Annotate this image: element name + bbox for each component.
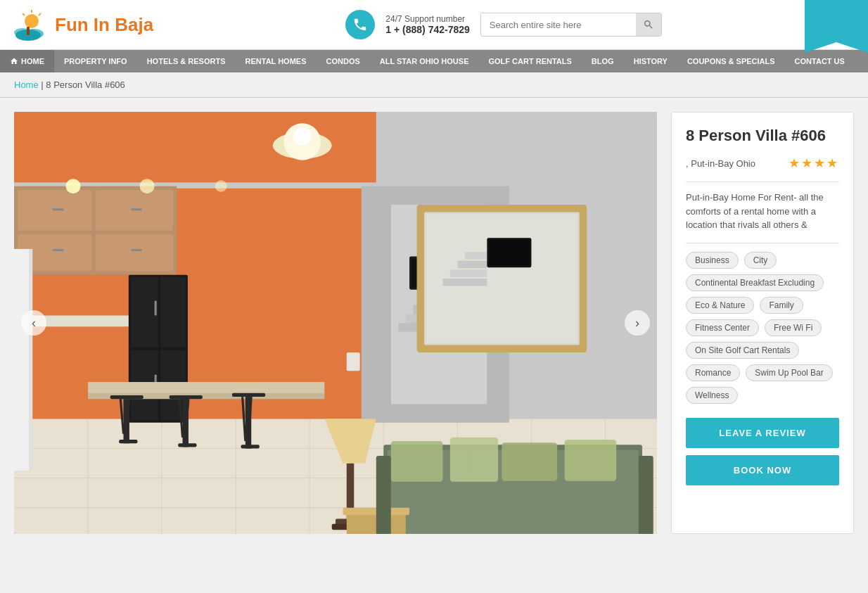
nav-item-condos[interactable]: Condos [317,50,370,72]
svg-rect-78 [465,252,487,260]
nav-item-property-info[interactable]: Property Info [54,50,137,72]
phone-icon [345,10,375,39]
logo-icon [14,7,49,42]
svg-rect-53 [155,300,157,315]
svg-rect-75 [442,279,487,286]
logo-text: Fun In Baja [55,14,153,36]
property-location-row: , Put-in-Bay Ohio ★★★★ [686,155,839,171]
main-nav: Home Property Info Hotels & Resorts Rent… [0,50,868,72]
leave-review-button[interactable]: LEAVE A REVIEW [686,418,839,448]
svg-rect-96 [376,456,391,534]
search-box[interactable] [480,13,662,37]
nav-item-all-star[interactable]: All Star Ohio House [370,50,479,72]
property-tags: BusinessCityContinental Breakfast Exclud… [686,243,839,404]
search-input[interactable] [481,14,636,36]
svg-point-45 [140,179,155,193]
svg-point-0 [25,14,39,28]
room-image [14,112,657,534]
svg-rect-39 [96,234,173,272]
search-button[interactable] [636,13,661,36]
property-tag[interactable]: Eco & Nature [686,297,754,314]
slider-prev-button[interactable]: ‹ [21,310,46,336]
svg-rect-100 [347,352,360,371]
nav-item-coupons[interactable]: Coupons & Specials [677,50,785,72]
svg-rect-42 [53,249,64,251]
svg-rect-67 [232,393,265,397]
svg-rect-62 [170,395,203,399]
svg-rect-49 [131,277,158,347]
nav-item-golf-cart[interactable]: Golf Cart Rentals [479,50,582,72]
svg-point-46 [215,180,227,192]
breadcrumb-current: 8 Person Villa #606 [46,79,125,90]
nav-item-blog[interactable]: Blog [582,50,624,72]
property-tag[interactable]: Swim Up Pool Bar [746,364,832,381]
svg-rect-57 [110,395,143,399]
teal-banner-decoration [805,0,868,53]
svg-rect-7 [27,27,30,35]
svg-rect-69 [241,445,260,448]
property-info-panel: 8 Person Villa #606 , Put-in-Bay Ohio ★★… [671,112,854,534]
nav-item-history[interactable]: History [624,50,677,72]
property-tag[interactable]: Business [686,252,739,269]
property-tag[interactable]: Romance [686,364,740,381]
svg-line-3 [23,13,25,15]
property-description: Put-in-Bay Home For Rent- all the comfor… [686,181,839,232]
svg-rect-93 [565,440,617,481]
property-tag[interactable]: Family [760,297,803,314]
nav-item-hotels-resorts[interactable]: Hotels & Resorts [137,50,236,72]
support-label: 24/7 Support number [385,14,469,24]
svg-rect-43 [131,249,142,251]
header-middle: 24/7 Support number 1 + (888) 742-7829 [153,10,854,39]
svg-rect-98 [14,249,29,471]
svg-rect-40 [53,208,64,210]
property-tag[interactable]: Wellness [686,387,738,404]
property-stars: ★★★★ [789,155,839,171]
slider-next-button[interactable]: › [625,310,650,336]
svg-rect-64 [178,443,196,447]
logo-area[interactable]: Fun In Baja [14,7,153,42]
svg-rect-80 [490,240,530,265]
breadcrumb: Home | 8 Person Villa #606 [0,72,868,98]
property-tag[interactable]: City [744,252,777,269]
property-title: 8 Person Villa #606 [686,127,839,145]
breadcrumb-home-link[interactable]: Home [14,79,39,90]
svg-rect-76 [450,269,487,277]
svg-rect-51 [160,277,186,347]
svg-rect-91 [450,438,498,482]
svg-rect-97 [639,456,653,534]
svg-rect-99 [29,249,32,471]
svg-rect-90 [391,441,443,482]
property-image-section: ‹ [14,112,657,534]
property-tag[interactable]: Fitness Center [686,319,759,336]
action-buttons: LEAVE A REVIEW BOOK NOW [686,418,839,485]
nav-item-home[interactable]: Home [0,50,54,72]
svg-rect-41 [131,208,142,210]
property-tag[interactable]: Continental Breakfast Excluding [686,274,824,291]
phone-info: 24/7 Support number 1 + (888) 742-7829 [385,14,469,35]
book-now-button[interactable]: BOOK NOW [686,455,839,485]
header: Fun In Baja 24/7 Support number 1 + (888… [0,0,868,50]
property-tag[interactable]: Free Wi Fi [765,319,822,336]
nav-item-rental-homes[interactable]: Rental Homes [236,50,317,72]
svg-line-2 [39,13,41,15]
property-location: , Put-in-Bay Ohio [686,158,755,169]
svg-rect-77 [457,261,487,269]
svg-point-13 [293,128,311,146]
nav-item-contact[interactable]: Contact Us [785,50,855,72]
svg-rect-92 [502,442,557,481]
main-content: ‹ [0,98,868,548]
svg-point-44 [66,179,81,193]
phone-number: 1 + (888) 742-7829 [385,24,469,35]
property-tag[interactable]: On Site Golf Cart Rentals [686,342,799,359]
svg-rect-59 [119,440,137,443]
